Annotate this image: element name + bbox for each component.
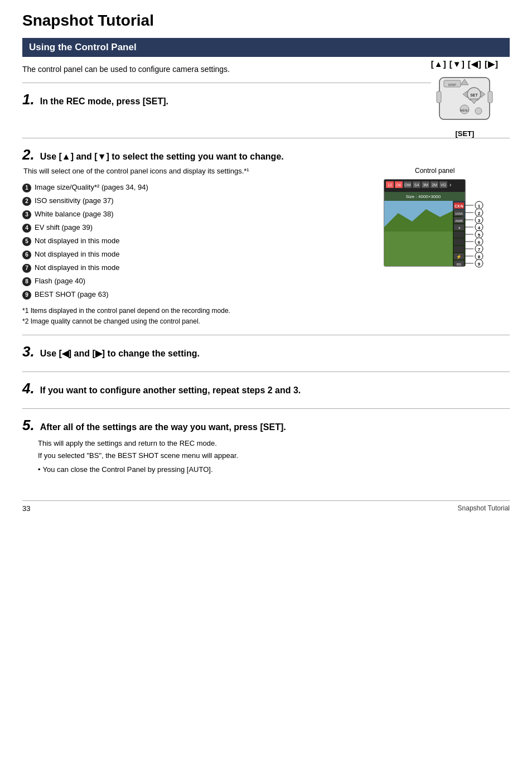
list-item: 9BEST SHOT (page 63) <box>22 288 373 301</box>
item-text-9: BEST SHOT (page 63) <box>35 288 108 301</box>
step5-heading: After all of the settings are the way yo… <box>40 422 286 432</box>
control-panel-svg: 12 04 OM S4 3M 2M VG › Size : 40 <box>381 177 510 269</box>
list-item: 6Not displayed in this mode <box>22 248 373 261</box>
item-num-5: 5 <box>22 237 31 246</box>
svg-point-11 <box>475 108 482 114</box>
item-num-9: 9 <box>22 291 31 300</box>
item-text-3: White balance (page 38) <box>35 208 114 221</box>
svg-text:4: 4 <box>478 225 481 230</box>
nav-keys-text: [▲] [▼] [◀] [▶] <box>431 59 499 69</box>
svg-text:5: 5 <box>478 233 481 238</box>
svg-text:1: 1 <box>478 204 481 209</box>
svg-text:7: 7 <box>478 247 481 252</box>
footnote-2: *2 Image quality cannot be changed using… <box>22 316 373 327</box>
item-num-4: 4 <box>22 224 31 233</box>
step3-number: 3. <box>22 343 35 360</box>
item-text-5: Not displayed in this mode <box>35 234 119 248</box>
step5-sub1: This will apply the settings and return … <box>38 437 510 450</box>
svg-rect-46 <box>454 246 464 252</box>
step5-block: 5. After all of the settings are the way… <box>22 408 510 483</box>
step2-sub-text: This will select one of the control pane… <box>23 167 373 175</box>
camera-svg: DISP SET MENU <box>434 75 495 128</box>
intro-text: The control panel can be used to configu… <box>22 65 431 74</box>
footer: 33 Snapshot Tutorial <box>22 500 510 513</box>
svg-text:6: 6 <box>478 240 481 245</box>
item-text-1: Image size/Quality*² (pages 34, 94) <box>35 181 148 194</box>
list-item: 1Image size/Quality*² (pages 34, 94) <box>22 181 373 194</box>
item-text-8: Flash (page 40) <box>35 274 85 288</box>
step1-block: 1. In the REC mode, press [SET]. <box>22 83 431 119</box>
item-num-3: 3 <box>22 210 31 219</box>
list-item: 7Not displayed in this mode <box>22 261 373 274</box>
svg-text:DISP: DISP <box>448 83 456 86</box>
list-item: 2ISO sensitivity (page 37) <box>22 194 373 208</box>
control-panel-label: Control panel <box>415 167 454 175</box>
step5-sub2: If you selected "BS", the BEST SHOT scen… <box>38 450 510 462</box>
svg-text:VG: VG <box>441 183 446 187</box>
item-text-4: EV shift (page 39) <box>35 221 93 234</box>
step5-number: 5. <box>22 417 35 434</box>
step1-heading: In the REC mode, press [SET]. <box>40 97 168 107</box>
footnote-1: *1 Items displayed in the control panel … <box>22 306 373 316</box>
step3-heading: Use [◀] and [▶] to change the setting. <box>40 348 200 359</box>
svg-text:☀: ☀ <box>458 226 461 230</box>
svg-text:BS: BS <box>457 263 461 266</box>
section-header: Using the Control Panel <box>22 38 510 57</box>
svg-rect-13 <box>488 91 492 103</box>
footer-label: Snapshot Tutorial <box>458 504 510 512</box>
svg-text:S4: S4 <box>414 183 419 187</box>
step2-heading: Use [▲] and [▼] to select the setting yo… <box>40 152 284 162</box>
step3-block: 3. Use [◀] and [▶] to change the setting… <box>22 335 510 372</box>
step2-number: 2. <box>22 146 35 163</box>
svg-text:3: 3 <box>478 218 481 223</box>
svg-text:8: 8 <box>478 254 481 259</box>
item-text-7: Not displayed in this mode <box>35 261 119 274</box>
step4-heading: If you want to configure another setting… <box>40 385 301 396</box>
list-item: 5Not displayed in this mode <box>22 234 373 248</box>
item-text-6: Not displayed in this mode <box>35 248 119 261</box>
svg-text:SET: SET <box>471 93 478 97</box>
bullet-dot: • <box>38 464 41 476</box>
camera-diagram: DISP SET MENU <box>434 75 495 129</box>
footer-page-num: 33 <box>22 504 30 513</box>
svg-text:100A: 100A <box>455 212 463 215</box>
footnotes: *1 Items displayed in the control panel … <box>22 306 373 327</box>
svg-text:CX·N: CX·N <box>454 204 463 208</box>
svg-text:2: 2 <box>478 211 481 216</box>
page-title: Snapshot Tutorial <box>22 11 510 30</box>
step1-number: 1. <box>22 91 35 108</box>
step1-right-panel: [▲] [▼] [◀] [▶] DISP SET <box>431 59 499 138</box>
svg-text:04: 04 <box>396 183 401 187</box>
list-item: 4EV shift (page 39) <box>22 221 373 234</box>
svg-text:›: › <box>449 182 451 188</box>
svg-text:⚡: ⚡ <box>456 254 462 259</box>
set-label: [SET] <box>455 129 474 138</box>
list-item: 8Flash (page 40) <box>22 274 373 288</box>
item-num-1: 1 <box>22 184 31 192</box>
svg-text:OM: OM <box>404 183 410 187</box>
svg-text:3M: 3M <box>423 183 428 187</box>
svg-text:2M: 2M <box>432 183 437 187</box>
svg-rect-12 <box>437 91 441 103</box>
step5-bullet: • You can close the Control Panel by pre… <box>38 464 510 476</box>
svg-rect-45 <box>454 239 464 245</box>
item-num-2: 2 <box>22 197 31 206</box>
svg-rect-44 <box>454 232 464 238</box>
step4-block: 4. If you want to configure another sett… <box>22 372 510 408</box>
step4-number: 4. <box>22 380 35 397</box>
item-num-7: 7 <box>22 264 31 273</box>
step2-block: 2. Use [▲] and [▼] to select the setting… <box>22 138 510 335</box>
item-list: 1Image size/Quality*² (pages 34, 94) 2IS… <box>22 181 373 301</box>
item-num-6: 6 <box>22 250 31 259</box>
item-text-2: ISO sensitivity (page 37) <box>35 194 114 208</box>
step5-sub: This will apply the settings and return … <box>38 437 510 475</box>
item-num-8: 8 <box>22 277 31 286</box>
control-panel-area: Control panel 12 04 OM S4 <box>381 167 510 271</box>
svg-text:MENU: MENU <box>460 109 469 112</box>
list-item: 3White balance (page 38) <box>22 208 373 221</box>
svg-text:9: 9 <box>478 262 481 267</box>
svg-text:AWB: AWB <box>455 219 462 223</box>
svg-text:12: 12 <box>388 183 392 187</box>
svg-text:Size : 4000×3000: Size : 4000×3000 <box>406 194 441 199</box>
step5-bullet-text: You can close the Control Panel by press… <box>43 464 213 476</box>
